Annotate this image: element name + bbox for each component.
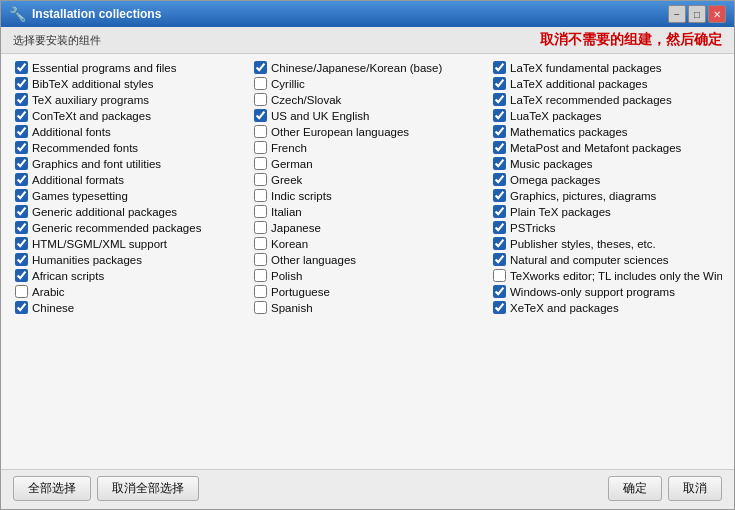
list-item[interactable]: Greek [252,172,483,187]
checkbox[interactable] [254,221,267,234]
select-all-button[interactable]: 全部选择 [13,476,91,501]
list-item[interactable]: Recommended fonts [13,140,244,155]
list-item[interactable]: Graphics and font utilities [13,156,244,171]
checkbox[interactable] [254,237,267,250]
checkbox[interactable] [254,205,267,218]
checkbox[interactable] [15,61,28,74]
list-item[interactable]: Chinese [13,300,244,315]
checkbox[interactable] [15,189,28,202]
list-item[interactable]: HTML/SGML/XML support [13,236,244,251]
deselect-all-button[interactable]: 取消全部选择 [97,476,199,501]
list-item[interactable]: Korean [252,236,483,251]
checkbox[interactable] [15,125,28,138]
list-item[interactable]: Humanities packages [13,252,244,267]
checkbox[interactable] [15,269,28,282]
checkbox[interactable] [15,237,28,250]
checkbox[interactable] [254,77,267,90]
checkbox[interactable] [254,61,267,74]
checkbox[interactable] [15,253,28,266]
checkbox[interactable] [254,109,267,122]
list-item[interactable]: LuaTeX packages [491,108,722,123]
checkbox[interactable] [15,157,28,170]
checkbox[interactable] [15,205,28,218]
list-item[interactable]: Publisher styles, theses, etc. [491,236,722,251]
checkbox[interactable] [15,77,28,90]
list-item[interactable]: Essential programs and files [13,60,244,75]
list-item[interactable]: Chinese/Japanese/Korean (base) [252,60,483,75]
list-item[interactable]: PSTricks [491,220,722,235]
cancel-button[interactable]: 取消 [668,476,722,501]
list-item[interactable]: Music packages [491,156,722,171]
checkbox[interactable] [254,125,267,138]
list-item[interactable]: Natural and computer sciences [491,252,722,267]
list-item[interactable]: French [252,140,483,155]
checkbox[interactable] [493,269,506,282]
checkbox[interactable] [493,205,506,218]
list-item[interactable]: Arabic [13,284,244,299]
checkbox[interactable] [493,237,506,250]
list-item[interactable]: ConTeXt and packages [13,108,244,123]
checkbox[interactable] [15,301,28,314]
checkbox[interactable] [493,285,506,298]
list-item[interactable]: US and UK English [252,108,483,123]
list-item[interactable]: Additional formats [13,172,244,187]
checkbox[interactable] [493,77,506,90]
checkbox[interactable] [254,285,267,298]
list-item[interactable]: MetaPost and Metafont packages [491,140,722,155]
list-item[interactable]: Additional fonts [13,124,244,139]
list-item[interactable]: TeX auxiliary programs [13,92,244,107]
checkbox[interactable] [254,301,267,314]
list-item[interactable]: XeTeX and packages [491,300,722,315]
minimize-button[interactable]: − [668,5,686,23]
checkbox[interactable] [254,157,267,170]
list-item[interactable]: Other languages [252,252,483,267]
checkbox[interactable] [254,93,267,106]
list-item[interactable]: LaTeX additional packages [491,76,722,91]
checkbox[interactable] [254,253,267,266]
list-item[interactable]: Polish [252,268,483,283]
list-item[interactable]: Portuguese [252,284,483,299]
list-item[interactable]: Omega packages [491,172,722,187]
list-item[interactable]: Generic additional packages [13,204,244,219]
checkbox[interactable] [493,109,506,122]
checkbox[interactable] [15,93,28,106]
checkbox[interactable] [493,189,506,202]
checkbox[interactable] [493,301,506,314]
list-item[interactable]: BibTeX additional styles [13,76,244,91]
list-item[interactable]: African scripts [13,268,244,283]
list-item[interactable]: Generic recommended packages [13,220,244,235]
checkbox[interactable] [254,269,267,282]
checkbox[interactable] [15,285,28,298]
close-button[interactable]: ✕ [708,5,726,23]
checkbox[interactable] [493,93,506,106]
list-item[interactable]: Italian [252,204,483,219]
list-item[interactable]: Mathematics packages [491,124,722,139]
checkbox[interactable] [15,109,28,122]
list-item[interactable]: Cyrillic [252,76,483,91]
maximize-button[interactable]: □ [688,5,706,23]
list-item[interactable]: Plain TeX packages [491,204,722,219]
list-item[interactable]: Games typesetting [13,188,244,203]
list-item[interactable]: Japanese [252,220,483,235]
checkbox[interactable] [15,141,28,154]
checkbox[interactable] [493,253,506,266]
list-item[interactable]: Other European languages [252,124,483,139]
list-item[interactable]: Indic scripts [252,188,483,203]
checkbox[interactable] [493,125,506,138]
checkbox[interactable] [254,141,267,154]
list-item[interactable]: Windows-only support programs [491,284,722,299]
checkbox[interactable] [493,221,506,234]
list-item[interactable]: LaTeX fundamental packages [491,60,722,75]
list-item[interactable]: LaTeX recommended packages [491,92,722,107]
list-item[interactable]: German [252,156,483,171]
list-item[interactable]: Spanish [252,300,483,315]
checkbox[interactable] [15,173,28,186]
ok-button[interactable]: 确定 [608,476,662,501]
list-item[interactable]: Graphics, pictures, diagrams [491,188,722,203]
checkbox[interactable] [493,157,506,170]
checkbox[interactable] [493,141,506,154]
checkbox[interactable] [254,189,267,202]
checkbox[interactable] [15,221,28,234]
checkbox[interactable] [493,173,506,186]
checkbox[interactable] [493,61,506,74]
